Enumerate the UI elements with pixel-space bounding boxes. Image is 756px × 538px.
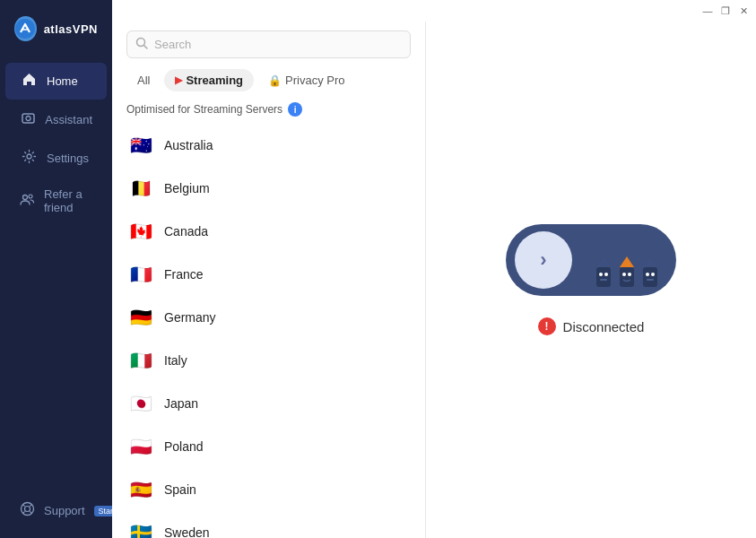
svg-point-0 bbox=[15, 19, 35, 39]
country-item-japan[interactable]: 🇯🇵 Japan bbox=[119, 382, 418, 425]
maximize-button[interactable]: ❐ bbox=[720, 5, 731, 16]
flag-france: 🇫🇷 bbox=[128, 262, 153, 287]
svg-line-11 bbox=[30, 511, 31, 513]
tab-all[interactable]: All bbox=[126, 69, 161, 91]
svg-point-6 bbox=[22, 503, 34, 516]
title-bar: — ❐ ✕ bbox=[112, 0, 756, 22]
logo: atlasVPN bbox=[0, 0, 112, 59]
svg-rect-18 bbox=[600, 279, 607, 281]
country-item-italy[interactable]: 🇮🇹 Italy bbox=[119, 339, 418, 382]
minimize-button[interactable]: — bbox=[702, 5, 713, 16]
refer-icon bbox=[20, 192, 35, 211]
svg-point-3 bbox=[27, 154, 31, 159]
tab-privacy-label: Privacy Pro bbox=[285, 74, 344, 87]
country-name-france: France bbox=[164, 267, 204, 282]
country-name-australia: Australia bbox=[164, 138, 213, 152]
svg-point-17 bbox=[604, 273, 608, 276]
sidebar-assistant-label: Assistant bbox=[45, 113, 92, 126]
svg-rect-27 bbox=[647, 279, 654, 281]
sidebar: atlasVPN Home Assistant bbox=[0, 0, 112, 538]
country-item-poland[interactable]: 🇵🇱 Poland bbox=[119, 425, 418, 468]
search-input-wrap bbox=[126, 30, 411, 58]
svg-line-10 bbox=[23, 511, 25, 513]
svg-marker-15 bbox=[596, 256, 611, 267]
support-icon bbox=[20, 501, 35, 520]
svg-line-9 bbox=[30, 505, 31, 507]
character-2 bbox=[617, 256, 637, 289]
tab-privacy[interactable]: 🔒 Privacy Pro bbox=[257, 69, 355, 91]
vpn-toggle[interactable]: › bbox=[506, 224, 676, 296]
country-name-poland: Poland bbox=[164, 439, 204, 454]
sidebar-item-home[interactable]: Home bbox=[5, 63, 107, 100]
svg-rect-14 bbox=[596, 267, 611, 287]
status-text: Disconnected bbox=[563, 319, 645, 334]
content-area: All ▶ Streaming 🔒 Privacy Pro Optimised … bbox=[112, 22, 756, 538]
sidebar-item-support[interactable]: Support Start bbox=[5, 492, 107, 529]
right-panel: › bbox=[426, 22, 756, 538]
country-name-sweden: Sweden bbox=[164, 525, 210, 538]
sidebar-home-label: Home bbox=[47, 74, 78, 88]
close-button[interactable]: ✕ bbox=[738, 5, 749, 16]
tabs: All ▶ Streaming 🔒 Privacy Pro bbox=[112, 65, 425, 99]
info-icon[interactable]: i bbox=[288, 102, 302, 117]
country-item-france[interactable]: 🇫🇷 France bbox=[119, 253, 418, 296]
flag-belgium: 🇧🇪 bbox=[128, 176, 153, 201]
country-name-japan: Japan bbox=[164, 396, 198, 411]
vpn-illustration: › bbox=[506, 224, 676, 296]
country-name-canada: Canada bbox=[164, 224, 208, 239]
country-list: 🇦🇺 Australia 🇧🇪 Belgium 🇨🇦 Canada 🇫🇷 Fra… bbox=[112, 124, 425, 538]
vpn-characters bbox=[594, 256, 660, 289]
svg-point-4 bbox=[23, 195, 28, 199]
sidebar-item-refer[interactable]: Refer a friend bbox=[5, 178, 107, 223]
country-item-canada[interactable]: 🇨🇦 Canada bbox=[119, 210, 418, 253]
svg-point-16 bbox=[599, 273, 603, 276]
svg-point-5 bbox=[29, 195, 32, 198]
flag-japan: 🇯🇵 bbox=[128, 391, 153, 416]
privacy-shield-icon: 🔒 bbox=[268, 74, 282, 87]
left-panel: All ▶ Streaming 🔒 Privacy Pro Optimised … bbox=[112, 22, 426, 538]
sidebar-support-label: Support bbox=[44, 504, 85, 517]
sidebar-item-assistant[interactable]: Assistant bbox=[5, 101, 107, 138]
country-item-australia[interactable]: 🇦🇺 Australia bbox=[119, 124, 418, 167]
search-icon bbox=[135, 37, 148, 52]
country-item-belgium[interactable]: 🇧🇪 Belgium bbox=[119, 167, 418, 210]
flag-italy: 🇮🇹 bbox=[128, 348, 153, 373]
optimized-label: Optimised for Streaming Servers i bbox=[112, 99, 425, 124]
svg-point-22 bbox=[628, 273, 631, 276]
logo-text: atlasVPN bbox=[44, 22, 98, 36]
country-item-sweden[interactable]: 🇸🇪 Sweden bbox=[119, 511, 418, 538]
main-panel: — ❐ ✕ All bbox=[112, 0, 756, 538]
svg-marker-20 bbox=[620, 256, 634, 267]
flag-canada: 🇨🇦 bbox=[128, 219, 153, 244]
sidebar-item-settings[interactable]: Settings bbox=[5, 140, 107, 177]
chevron-right-icon: › bbox=[540, 248, 546, 272]
country-item-spain[interactable]: 🇪🇸 Spain bbox=[119, 468, 418, 511]
svg-line-13 bbox=[144, 46, 148, 49]
svg-marker-24 bbox=[643, 256, 657, 267]
assistant-icon bbox=[20, 110, 36, 129]
settings-icon bbox=[20, 149, 38, 168]
svg-point-21 bbox=[622, 273, 626, 276]
tab-streaming-label: Streaming bbox=[186, 74, 243, 87]
sidebar-settings-label: Settings bbox=[47, 152, 89, 165]
flag-australia: 🇦🇺 bbox=[128, 133, 153, 158]
sidebar-refer-label: Refer a friend bbox=[44, 187, 92, 214]
character-1 bbox=[594, 256, 613, 289]
streaming-play-icon: ▶ bbox=[175, 74, 182, 86]
svg-point-2 bbox=[26, 117, 30, 121]
country-name-italy: Italy bbox=[164, 353, 187, 368]
tab-streaming[interactable]: ▶ Streaming bbox=[164, 69, 254, 91]
svg-point-25 bbox=[646, 273, 649, 276]
status-error-icon: ! bbox=[538, 317, 556, 335]
search-input[interactable] bbox=[126, 30, 411, 58]
country-item-germany[interactable]: 🇩🇪 Germany bbox=[119, 296, 418, 339]
character-3 bbox=[640, 256, 660, 289]
optimized-text: Optimised for Streaming Servers bbox=[126, 103, 282, 116]
disconnected-status: ! Disconnected bbox=[538, 317, 645, 335]
flag-sweden: 🇸🇪 bbox=[128, 520, 153, 538]
home-icon bbox=[20, 72, 38, 91]
country-name-belgium: Belgium bbox=[164, 181, 210, 195]
svg-line-8 bbox=[23, 505, 25, 507]
flag-poland: 🇵🇱 bbox=[128, 434, 153, 459]
country-name-germany: Germany bbox=[164, 310, 216, 325]
